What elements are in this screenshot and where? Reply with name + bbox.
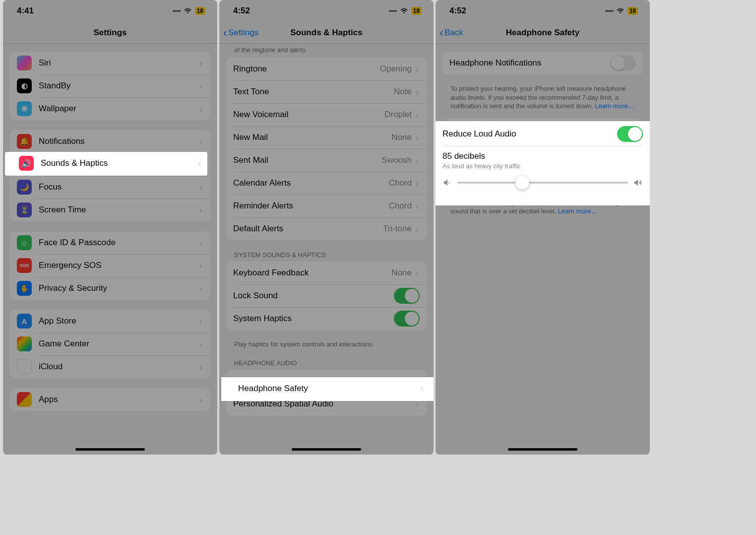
chevron-right-icon: › — [415, 64, 420, 74]
row-faceid[interactable]: ☺Face ID & Passcode› — [10, 231, 210, 254]
row-privacy[interactable]: ✋Privacy & Security› — [10, 277, 210, 300]
label: Sent Mail — [233, 155, 382, 165]
value: None — [391, 133, 412, 142]
learn-more-link[interactable]: Learn more… — [595, 102, 634, 110]
highlight-sounds-haptics[interactable]: 🔊 Sounds & Haptics › — [5, 152, 207, 176]
home-indicator[interactable] — [292, 448, 361, 451]
row-ringtone[interactable]: RingtoneOpening› — [226, 58, 427, 80]
row-screen-time[interactable]: ⏳Screen Time› — [10, 199, 210, 221]
chevron-right-icon: › — [415, 178, 420, 188]
row-text tone[interactable]: Text ToneNote› — [226, 80, 427, 103]
toggle-headphone-notifications[interactable] — [610, 55, 636, 71]
row-lock sound[interactable]: Lock Sound — [226, 284, 427, 307]
status-bar: 4:41 ••••• 18 — [3, 0, 217, 22]
gamecenter-icon — [17, 336, 32, 351]
highlight-headphone-safety[interactable]: Headphone Safety › — [221, 377, 434, 401]
battery-indicator: 18 — [411, 7, 422, 15]
row-new voicemail[interactable]: New VoicemailDroplet› — [226, 103, 427, 126]
value: Tri-tone — [383, 224, 412, 234]
value: Note — [394, 87, 412, 97]
row-calendar alerts[interactable]: Calendar AlertsChord› — [226, 172, 427, 195]
apps-icon — [17, 392, 32, 407]
label: Face ID & Passcode — [39, 238, 198, 248]
wallpaper-icon: ❀ — [17, 101, 32, 116]
label: New Mail — [233, 133, 391, 142]
siri-icon — [17, 56, 32, 70]
toggle[interactable] — [394, 311, 420, 327]
row-default alerts[interactable]: Default AlertsTri-tone› — [226, 217, 427, 240]
label: Default Alerts — [233, 224, 383, 234]
row-notifications[interactable]: 🔔Notifications› — [10, 130, 210, 153]
label: New Voicemail — [233, 110, 384, 120]
cloud-icon: ☁ — [17, 359, 32, 374]
section-header-headphone: HEADPHONE AUDIO — [234, 359, 419, 367]
chevron-right-icon: › — [198, 238, 203, 248]
label: Emergency SOS — [39, 261, 198, 270]
back-label: Settings — [228, 28, 258, 38]
row-focus[interactable]: 🌙Focus› — [10, 176, 210, 199]
label: StandBy — [39, 81, 198, 91]
label: System Haptics — [233, 314, 394, 324]
sos-icon: SOS — [17, 258, 32, 273]
back-button[interactable]: ‹Back — [440, 27, 463, 39]
speaker-icon: 🔊 — [19, 156, 34, 171]
chevron-right-icon: › — [415, 110, 420, 120]
row-appstore[interactable]: AApp Store› — [10, 310, 210, 333]
page-title: Sounds & Haptics — [290, 28, 362, 38]
label: Privacy & Security — [39, 283, 198, 293]
chevron-right-icon: › — [198, 316, 203, 326]
row-apps[interactable]: Apps› — [10, 388, 210, 411]
chevron-right-icon: › — [415, 155, 420, 165]
clock: 4:52 — [233, 6, 250, 16]
back-button[interactable]: ‹Settings — [223, 27, 258, 39]
value: Droplet — [384, 110, 412, 120]
chevron-left-icon: ‹ — [223, 27, 227, 39]
row-gamecenter[interactable]: Game Center› — [10, 333, 210, 355]
row-keyboard feedback[interactable]: Keyboard FeedbackNone› — [226, 262, 427, 284]
row-headphone-notifications[interactable]: Headphone Notifications — [442, 52, 643, 74]
row-wallpaper[interactable]: ❀Wallpaper› — [10, 97, 210, 120]
cell-dots: ••••• — [389, 7, 397, 14]
row-new mail[interactable]: New MailNone› — [226, 126, 427, 149]
battery-indicator: 18 — [628, 7, 638, 15]
slider-thumb[interactable] — [515, 176, 529, 190]
row-icloud[interactable]: ☁iCloud› — [10, 355, 210, 378]
row-system haptics[interactable]: System Haptics — [226, 307, 427, 330]
toggle-reduce-loud-audio[interactable] — [617, 126, 643, 142]
row-standby[interactable]: ◐StandBy› — [10, 74, 210, 97]
row-siri[interactable]: Siri› — [10, 52, 210, 74]
appstore-icon: A — [17, 314, 32, 329]
chevron-right-icon: › — [198, 104, 203, 114]
screen-headphone-safety: 4:52 ••••• 18 ‹Back Headphone Safety Hea… — [436, 0, 650, 455]
cutoff-text: of the ringtone and alerts. — [234, 46, 419, 55]
status-bar: 4:52 ••••• 18 — [436, 0, 650, 22]
status-bar: 4:52 ••••• 18 — [219, 0, 434, 22]
battery-indicator: 18 — [195, 7, 205, 15]
label: Headphone Notifications — [449, 58, 610, 68]
value: Opening — [380, 64, 412, 74]
chevron-right-icon: › — [415, 224, 420, 234]
row-sos[interactable]: SOSEmergency SOS› — [10, 254, 210, 277]
hand-icon: ✋ — [17, 281, 32, 296]
label: Game Center — [39, 339, 198, 349]
toggle[interactable] — [394, 288, 420, 304]
screen-sounds-haptics: 4:52 ••••• 18 ‹Settings Sounds & Haptics… — [219, 0, 434, 455]
faceid-icon: ☺ — [17, 235, 32, 250]
chevron-right-icon: › — [198, 205, 203, 215]
chevron-right-icon: › — [198, 159, 200, 168]
decibel-slider[interactable] — [457, 182, 628, 184]
home-indicator[interactable] — [508, 448, 577, 451]
label: Ringtone — [233, 64, 380, 74]
chevron-right-icon: › — [198, 182, 203, 192]
chevron-right-icon: › — [198, 339, 203, 349]
speaker-low-icon — [442, 179, 452, 187]
label: Siri — [39, 58, 198, 68]
chevron-right-icon: › — [198, 261, 203, 270]
label: Wallpaper — [39, 104, 198, 114]
row-reminder alerts[interactable]: Reminder AlertsChord› — [226, 195, 427, 217]
label: Screen Time — [39, 205, 198, 215]
learn-more-link[interactable]: Learn more… — [558, 207, 597, 215]
label: Calendar Alerts — [233, 178, 389, 188]
home-indicator[interactable] — [75, 448, 145, 451]
row-sent mail[interactable]: Sent MailSwoosh› — [226, 149, 427, 172]
